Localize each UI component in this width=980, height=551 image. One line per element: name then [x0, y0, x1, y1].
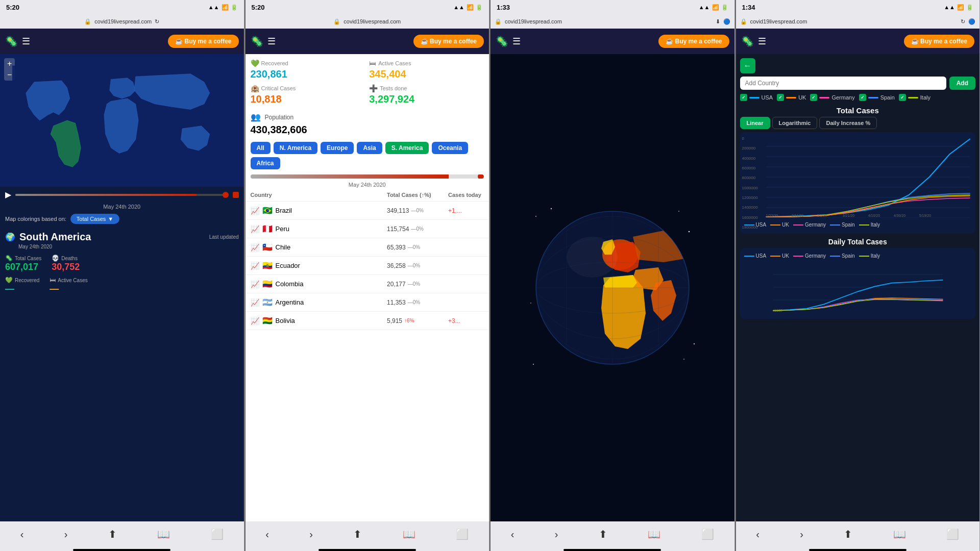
active-cases-value: —: [50, 284, 87, 294]
country-row[interactable]: 📈 🇦🇷 Argentina 11,353 —0%: [246, 293, 489, 312]
tab-logarithmic[interactable]: Logarithmic: [772, 117, 818, 129]
battery-icon-3: 🔋: [721, 4, 728, 11]
address-bar-3[interactable]: 🔒 covid19livespread.com ⬇ 🔵: [491, 14, 734, 29]
country-row[interactable]: 📈 🇵🇪 Peru 115,754 —0%: [246, 220, 489, 238]
address-bar-2[interactable]: 🔒 covid19livespread.com: [246, 14, 489, 29]
total-cases-chart-title: Total Cases: [740, 106, 976, 115]
address-bar-4[interactable]: 🔒 covid19livespread.com ↻ 🔵: [736, 14, 980, 29]
country-name-cell: 📈 🇧🇷 Brazil: [251, 206, 387, 215]
cases-cell: 20,177 —0%: [387, 281, 448, 288]
play-btn-1[interactable]: ▶: [5, 190, 11, 199]
uk-check[interactable]: ✓: [777, 94, 784, 101]
address-bar-1[interactable]: 🔒 covid19livespread.com ↻: [0, 14, 244, 29]
bookmarks-nav-btn-2[interactable]: 📖: [403, 528, 415, 540]
forward-nav-btn-4[interactable]: ›: [800, 529, 803, 540]
total-cases-chart-area: 1800000 1600000 1400000 1200000 1000000 …: [740, 132, 976, 234]
menu-icon-3[interactable]: ☰: [512, 36, 521, 47]
tab-asia[interactable]: Asia: [357, 142, 382, 154]
tab-oceania[interactable]: Oceania: [432, 142, 468, 154]
bookmarks-nav-btn-3[interactable]: 📖: [648, 528, 660, 540]
cases-cell: 36,258 —0%: [387, 262, 448, 269]
coffee-btn-3[interactable]: ☕ Buy me a coffee: [658, 35, 729, 48]
share-nav-btn-2[interactable]: ⬆: [353, 528, 362, 540]
reload-icon-4[interactable]: ↻: [961, 18, 965, 25]
recovered-card-value: 230,861: [251, 68, 365, 80]
share-nav-btn-4[interactable]: ⬆: [844, 528, 852, 540]
active-cases-card: 🛏 Active Cases 345,404: [369, 59, 484, 80]
coffee-btn-4[interactable]: ☕ Buy me a coffee: [904, 35, 974, 48]
cases-pct: —0%: [411, 208, 423, 213]
coffee-btn-1[interactable]: ☕ Buy me a coffee: [168, 35, 238, 48]
country-row[interactable]: 📈 🇧🇴 Bolivia 5,915 ↑6% +3...: [246, 312, 489, 330]
tabs-nav-btn-2[interactable]: ⬜: [456, 528, 469, 540]
tab-europe[interactable]: Europe: [321, 142, 354, 154]
time-1: 5:20: [6, 4, 19, 11]
phone4-content: ← Add ✓ USA ✓ UK ✓ Germany ✓: [736, 54, 980, 521]
coffee-btn-2[interactable]: ☕ Buy me a coffee: [413, 35, 484, 48]
country-row[interactable]: 📈 🇨🇴 Colombia 20,177 —0%: [246, 275, 489, 293]
menu-icon-4[interactable]: ☰: [758, 36, 766, 47]
share-nav-btn-1[interactable]: ⬆: [108, 528, 117, 540]
progress-bar-2[interactable]: [251, 174, 484, 179]
status-icons-2: ▲▲ 📶 🔋: [453, 4, 483, 11]
tab-africa[interactable]: Africa: [251, 157, 280, 169]
status-bar-1: 5:20 ▲▲ 📶 🔋: [0, 0, 244, 14]
back-nav-btn-3[interactable]: ‹: [511, 529, 514, 540]
wifi-icon-4: 📶: [957, 4, 964, 11]
recovered-card-label: 💚 Recovered: [251, 59, 365, 67]
tabs-nav-btn-1[interactable]: ⬜: [211, 528, 224, 540]
tab-daily-increase[interactable]: Daily Increase %: [819, 117, 877, 129]
add-country-input[interactable]: [740, 77, 946, 90]
cases-cell: 11,353 —0%: [387, 299, 448, 306]
forward-nav-btn-1[interactable]: ›: [64, 529, 68, 540]
germany-check[interactable]: ✓: [810, 94, 817, 101]
wifi-icon-1: 📶: [222, 4, 229, 11]
country-row[interactable]: 📈 🇨🇱 Chile 65,393 —0%: [246, 238, 489, 257]
country-name-text: Chile: [276, 243, 291, 251]
stats-cards: 💚 Recovered 230,861 🛏 Active Cases 345,4…: [246, 54, 489, 110]
back-nav-btn-1[interactable]: ‹: [20, 529, 24, 540]
bookmarks-nav-btn-1[interactable]: 📖: [157, 528, 170, 540]
svg-text:4/30/20: 4/30/20: [893, 214, 905, 217]
total-cases-value: 607,017: [5, 262, 41, 272]
svg-point-4: [551, 208, 552, 209]
forward-nav-btn-2[interactable]: ›: [309, 529, 313, 540]
map-coloring-dropdown[interactable]: Total Cases ▼: [70, 214, 119, 224]
back-btn-4[interactable]: ←: [740, 58, 755, 73]
bookmarks-nav-btn-4[interactable]: 📖: [893, 528, 906, 540]
tabs-nav-btn-4[interactable]: ⬜: [946, 528, 959, 540]
forward-nav-btn-3[interactable]: ›: [555, 529, 558, 540]
url-2: covid19livespread.com: [344, 18, 401, 24]
country-rows-container: 📈 🇧🇷 Brazil 349,113 —0% +1,... 📈 🇵🇪 Peru…: [246, 202, 489, 330]
usa-check[interactable]: ✓: [740, 94, 747, 101]
spain-check[interactable]: ✓: [859, 94, 866, 101]
share-nav-btn-3[interactable]: ⬆: [599, 528, 607, 540]
progress-bar-fill-2: [251, 174, 449, 179]
tab-all[interactable]: All: [251, 142, 271, 154]
cases-pct: —0%: [408, 299, 420, 305]
extension-icon-4[interactable]: 🔵: [968, 18, 975, 25]
status-icons-3: ▲▲ 📶 🔋: [699, 4, 728, 11]
deaths-label: 💀 Deaths: [52, 255, 80, 262]
back-nav-btn-2[interactable]: ‹: [265, 529, 269, 540]
timeline-slider-1[interactable]: [15, 194, 229, 196]
italy-check[interactable]: ✓: [899, 94, 906, 101]
download-icon-3[interactable]: ⬇: [716, 18, 720, 25]
tab-n-america[interactable]: N. America: [274, 142, 317, 154]
share-icon-3[interactable]: 🔵: [723, 18, 730, 25]
mini-chart-icon: 📈: [251, 280, 259, 288]
tab-s-america[interactable]: S. America: [385, 142, 429, 154]
tabs-nav-btn-3[interactable]: ⬜: [701, 528, 714, 540]
tab-linear[interactable]: Linear: [740, 117, 770, 129]
reload-icon-1[interactable]: ↻: [155, 18, 159, 25]
menu-icon-1[interactable]: ☰: [22, 36, 30, 47]
country-row[interactable]: 📈 🇪🇨 Ecuador 36,258 —0%: [246, 257, 489, 275]
recovered-stat: 💚 Recovered —: [5, 277, 39, 294]
time-3: 1:33: [497, 4, 510, 11]
status-icons-1: ▲▲ 📶 🔋: [208, 4, 238, 11]
back-nav-btn-4[interactable]: ‹: [756, 529, 760, 540]
country-row[interactable]: 📈 🇧🇷 Brazil 349,113 —0% +1,...: [246, 202, 489, 220]
country-flag: 🇪🇨: [262, 261, 273, 270]
menu-icon-2[interactable]: ☰: [267, 36, 276, 47]
add-country-btn[interactable]: Add: [949, 77, 975, 90]
